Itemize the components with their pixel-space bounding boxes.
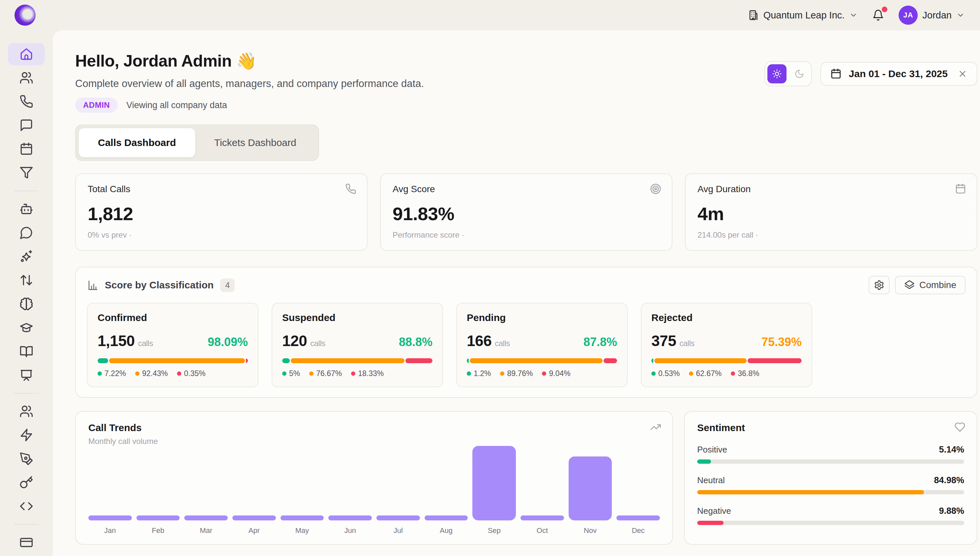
legend-item: 0.53%: [651, 369, 680, 378]
legend-item: 18.33%: [351, 369, 384, 378]
sidebar-item-messages[interactable]: [8, 114, 45, 136]
bar-segment-orange: [291, 358, 404, 363]
classification-legend: 0.53%62.67%36.8%: [651, 369, 802, 378]
message-square-icon: [19, 118, 33, 132]
sidebar-item-home[interactable]: [8, 43, 45, 65]
key-icon: [19, 475, 33, 490]
sidebar: [0, 30, 53, 556]
sidebar-item-transfers[interactable]: [8, 269, 45, 291]
phone-icon: [345, 183, 356, 194]
brain-icon: [19, 297, 33, 311]
gear-icon: [874, 280, 885, 290]
stat-title: Total Calls: [88, 184, 355, 194]
sentiment-fill: [697, 490, 924, 495]
chart-column-feb: [136, 446, 180, 520]
sidebar-item-developer[interactable]: [8, 495, 45, 517]
bar-may: [280, 516, 324, 520]
company-selector[interactable]: Quantum Leap Inc.: [748, 10, 858, 21]
dashboard-tabs: Calls Dashboard Tickets Dashboard: [75, 124, 319, 161]
classification-settings-button[interactable]: [868, 276, 890, 294]
x-tick-jun: Jun: [328, 526, 372, 535]
sidebar-item-library[interactable]: [8, 340, 45, 362]
sidebar-item-team[interactable]: [8, 66, 45, 89]
date-range-value: Jan 01 - Dec 31, 2025: [849, 68, 948, 79]
sidebar-item-ai-sparkles[interactable]: [8, 245, 45, 268]
tab-tickets-dashboard[interactable]: Tickets Dashboard: [195, 128, 315, 157]
legend-item: 76.67%: [309, 369, 342, 378]
bar-segment-green: [97, 358, 108, 363]
legend-item: 9.04%: [542, 369, 570, 378]
sidebar-divider: [14, 393, 39, 394]
chevron-down-icon: [956, 11, 965, 19]
sidebar-item-filters[interactable]: [8, 162, 45, 184]
classification-name: Rejected: [651, 312, 802, 323]
heart-icon: [954, 422, 965, 433]
chart-column-may: [280, 446, 324, 520]
bar-apr: [232, 516, 276, 520]
sentiment-card: Sentiment Positive 5.14% Neutral 84.98%: [684, 411, 977, 545]
user-menu[interactable]: JA Jordan: [899, 6, 965, 25]
chevron-down-icon: [849, 11, 858, 19]
date-range-picker[interactable]: Jan 01 - Dec 31, 2025: [820, 62, 977, 86]
sentiment-row-neutral: Neutral 84.98%: [697, 475, 964, 495]
classification-bar: [467, 358, 617, 363]
app-root: { "colors": { "accent": "#7c3aed", "bar_…: [0, 0, 980, 556]
bar-segment-rose: [246, 358, 248, 363]
sentiment-row-negative: Negative 9.88%: [697, 506, 964, 525]
dark-theme-button[interactable]: [790, 64, 809, 83]
x-tick-nov: Nov: [569, 526, 612, 535]
sidebar-item-knowledge[interactable]: [8, 293, 45, 315]
avatar: JA: [899, 6, 918, 25]
chart-column-jan: [88, 446, 132, 520]
sidebar-item-chat[interactable]: [8, 221, 45, 244]
legend-dot: [542, 372, 546, 376]
sidebar-item-billing[interactable]: [8, 531, 45, 554]
sidebar-item-automations[interactable]: [8, 424, 45, 446]
classification-legend: 5%76.67%18.33%: [282, 369, 432, 378]
combine-button[interactable]: Combine: [895, 276, 965, 294]
target-icon: [650, 183, 661, 194]
credit-card-icon: [19, 535, 33, 550]
legend-dot: [351, 372, 355, 376]
classification-bar: [282, 358, 432, 363]
legend-item: 62.67%: [689, 369, 721, 378]
bar-sep: [472, 446, 516, 520]
bar-mar: [184, 516, 228, 520]
bar-segment-rose: [406, 358, 432, 363]
moon-icon: [794, 69, 804, 79]
call-trends-card: Call Trends Monthly call volume: [75, 411, 673, 545]
x-tick-apr: Apr: [232, 526, 276, 535]
notifications-button[interactable]: [872, 9, 884, 21]
role-badge: ADMIN: [75, 97, 118, 113]
tab-calls-dashboard[interactable]: Calls Dashboard: [79, 128, 195, 157]
x-tick-feb: Feb: [136, 526, 180, 535]
bar-segment-orange: [470, 358, 603, 363]
clear-date-button[interactable]: [957, 69, 967, 79]
legend-dot: [731, 372, 735, 376]
sentiment-track: [697, 521, 964, 525]
sidebar-item-bot[interactable]: [8, 198, 45, 220]
legend-dot: [177, 372, 181, 376]
sidebar-item-calendar[interactable]: [8, 138, 45, 160]
zap-icon: [19, 428, 33, 442]
presentation-icon: [19, 368, 33, 382]
page-title: Hello, Jordan Admin 👋: [75, 52, 424, 71]
company-name: Quantum Leap Inc.: [763, 10, 845, 21]
stat-card-avg-duration: Avg Duration 4m 214.00s per call ·: [685, 173, 977, 251]
sidebar-item-calls[interactable]: [8, 90, 45, 113]
bar-segment-green: [467, 358, 469, 363]
chart-column-dec: [616, 446, 660, 520]
bar-segment-rose: [748, 358, 802, 363]
legend-item: 0.35%: [177, 369, 205, 378]
light-theme-button[interactable]: [767, 64, 786, 83]
sidebar-item-contacts[interactable]: [8, 400, 45, 422]
bar-segment-orange: [654, 358, 747, 363]
chart-column-mar: [184, 446, 228, 520]
sidebar-item-presentation[interactable]: [8, 364, 45, 386]
sentiment-value: 9.88%: [939, 506, 964, 516]
classification-card-confirmed: Confirmed 1,150calls 98.09% 7.22%92.43%0…: [87, 303, 259, 387]
sidebar-item-access-keys[interactable]: [8, 471, 45, 494]
legend-dot: [651, 372, 656, 376]
sidebar-item-training[interactable]: [8, 317, 45, 339]
sidebar-item-design[interactable]: [8, 448, 45, 470]
